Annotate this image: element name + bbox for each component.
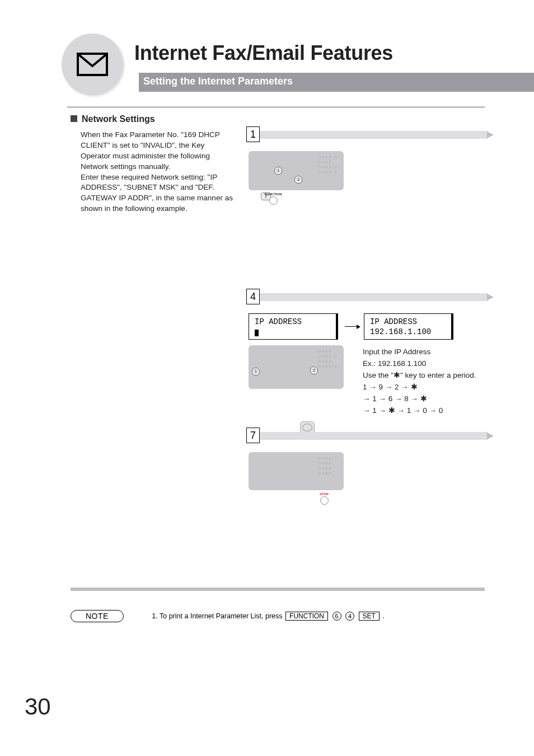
star-icon: ✱ — [394, 371, 400, 379]
cursor-icon — [255, 330, 259, 336]
envelope-icon — [62, 34, 123, 95]
control-panel-graphic: ○○○○ ○○○○○○○○○ ○○○○○ ○ ① ② FUNCTION 7 — [249, 151, 488, 200]
note-separator — [71, 588, 485, 591]
keypad-icon: ○○○○ ○○○○○○○○○ ○○○○○ ○ ① ② — [249, 151, 344, 190]
lcd-display-left: IP ADDRESS — [249, 313, 338, 340]
header-separator — [67, 106, 485, 108]
page-title: Internet Fax/Email Features — [134, 34, 534, 65]
instr-line: 1 → 9 → 2 → ✱ — [363, 383, 418, 391]
step-number: 4 — [246, 289, 260, 304]
step-7: 7 ○○○○ ○○○○○○○○○○○○○ STOP — [246, 432, 488, 505]
subtitle-bar: Setting the Internet Parameters — [139, 73, 534, 92]
note-label: NOTE — [71, 610, 124, 622]
step-arrow-bar — [259, 131, 488, 139]
control-panel-graphic: ○○○○ ○○○○○○○○○○○○○ STOP — [249, 452, 488, 505]
note-text-post: . — [382, 612, 384, 620]
intro-paragraph: When the Fax Parameter No. "169 DHCP CLI… — [81, 130, 235, 214]
keypad-icon: ○○○○ ○○○○○○○○○○○○○ — [249, 452, 344, 490]
instr-line: → 1 → ✱ → 1 → 0 → 0 — [363, 406, 443, 415]
instr-line: → 1 → 6 → 8 → ✱ — [363, 395, 427, 403]
instruction-text: Input the IP Address Ex.: 192.168.1.100 … — [363, 346, 476, 417]
instr-line: Input the IP Address — [363, 348, 430, 356]
keypad-icon: ○○○○○○○○ ○○○○○○○○○ ○ ① ② — [249, 345, 344, 389]
circled-2-icon: ② — [294, 176, 302, 184]
set-key-label: SET — [359, 612, 380, 621]
instr-line: " key to enter a period. — [400, 371, 476, 379]
step-number: 7 — [246, 428, 260, 443]
step-arrow-bar — [259, 293, 488, 301]
stop-key-icon: STOP — [316, 492, 332, 505]
circled-6-icon: 6 — [332, 612, 341, 621]
note-text-pre: 1. To print a Internet Parameter List, p… — [152, 612, 282, 620]
step-4: 4 IP ADDRESS IP ADDRESS 192.168.1.100 ○○… — [246, 293, 488, 434]
page-header: Internet Fax/Email Features — [62, 34, 534, 65]
circled-1-icon: ① — [274, 167, 282, 175]
instr-line: Ex.: 192.168.1.100 — [363, 359, 426, 368]
note-section: NOTE 1. To print a Internet Parameter Li… — [71, 610, 485, 622]
arrow-right-icon — [345, 326, 357, 327]
circled-4-icon: 4 — [345, 612, 354, 621]
note-text: 1. To print a Internet Parameter List, p… — [152, 612, 384, 621]
circled-2-icon: ② — [310, 367, 318, 374]
step-arrow-bar — [259, 432, 488, 440]
lcd-text: IP ADDRESS — [370, 317, 417, 326]
circled-1-icon: ① — [252, 368, 260, 375]
lcd-text: 192.168.1.100 — [370, 327, 431, 336]
page-number: 30 — [25, 693, 51, 720]
section-heading: Network Settings — [71, 114, 155, 124]
step-number: 1 — [246, 126, 260, 142]
step-1: 1 ○○○○ ○○○○○○○○○ ○○○○○ ○ ① ② FUNCTION 7 — [246, 131, 488, 200]
instr-line: Use the " — [363, 371, 394, 379]
function-key-icon: FUNCTION — [261, 192, 285, 205]
lcd-text: IP ADDRESS — [255, 317, 302, 326]
lcd-display-right: IP ADDRESS 192.168.1.100 — [364, 313, 453, 340]
function-key-label: FUNCTION — [285, 612, 328, 621]
